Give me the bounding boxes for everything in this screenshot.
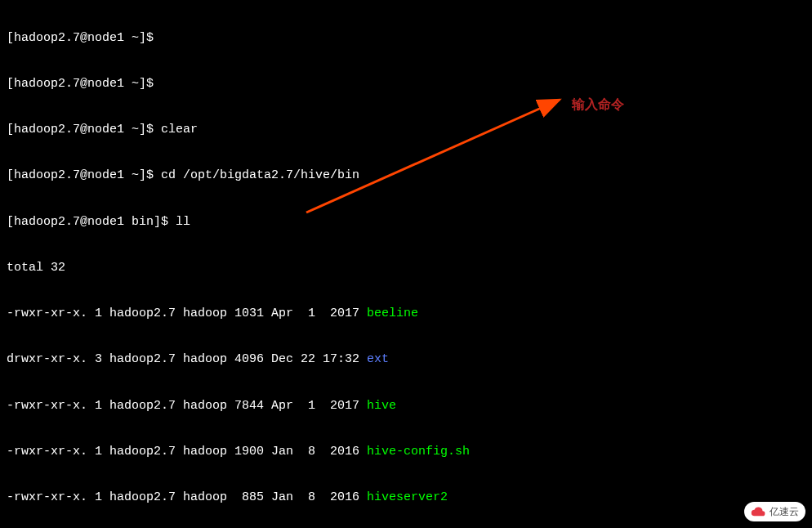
prompt-line: [hadoop2.7@node1 ~]$ cd /opt/bigdata2.7/… [7,168,805,184]
file-perms: drwxr-xr-x. 3 hadoop2.7 hadoop 4096 Dec … [7,352,367,366]
file-name: hive [367,399,396,413]
prompt-prefix: [hadoop2.7@node1 ~]$ [7,123,161,136]
prompt-line: [hadoop2.7@node1 ~]$ [7,77,805,92]
terminal-output[interactable]: [hadoop2.7@node1 ~]$ [hadoop2.7@node1 ~]… [0,0,812,528]
watermark-text: 亿速云 [770,506,799,518]
command-text: clear [161,123,198,136]
file-name: beeline [367,307,418,320]
file-name: ext [367,352,389,366]
watermark: 亿速云 [744,502,805,521]
prompt-prefix: [hadoop2.7@node1 ~]$ [7,168,161,182]
prompt-line: [hadoop2.7@node1 ~]$ [7,31,805,47]
cloud-icon [751,504,765,519]
file-name: hive-config.sh [367,445,470,459]
annotation-label: 输入命令 [572,96,624,113]
command-text: cd /opt/bigdata2.7/hive/bin [161,168,359,182]
file-name: hiveserver2 [367,490,448,504]
ls-row: -rwxr-xr-x. 1 hadoop2.7 hadoop 7844 Apr … [7,399,805,414]
prompt-prefix: [hadoop2.7@node1 bin]$ [7,215,176,229]
file-perms: -rwxr-xr-x. 1 hadoop2.7 hadoop 1031 Apr … [7,307,367,320]
ls-row: -rwxr-xr-x. 1 hadoop2.7 hadoop 1900 Jan … [7,445,805,460]
file-perms: -rwxr-xr-x. 1 hadoop2.7 hadoop 1900 Jan … [7,445,367,459]
file-perms: -rwxr-xr-x. 1 hadoop2.7 hadoop 885 Jan 8… [7,490,367,504]
prompt-line: [hadoop2.7@node1 ~]$ clear [7,123,805,138]
ls-row: -rwxr-xr-x. 1 hadoop2.7 hadoop 1031 Apr … [7,307,805,322]
file-perms: -rwxr-xr-x. 1 hadoop2.7 hadoop 7844 Apr … [7,399,367,413]
command-text: ll [176,215,190,229]
ls-row: drwxr-xr-x. 3 hadoop2.7 hadoop 4096 Dec … [7,352,805,368]
ls-total: total 32 [7,261,805,276]
ls-row: -rwxr-xr-x. 1 hadoop2.7 hadoop 885 Jan 8… [7,490,805,506]
prompt-line: [hadoop2.7@node1 bin]$ ll [7,215,805,230]
